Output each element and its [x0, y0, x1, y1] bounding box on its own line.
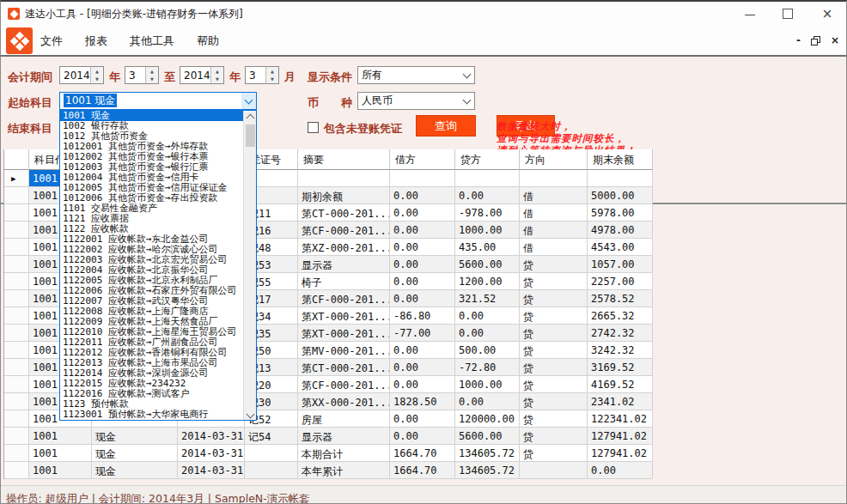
table-cell[interactable]: 现金 [92, 445, 178, 462]
table-cell[interactable]: 贷 [520, 342, 588, 359]
mdi-close-button[interactable]: × [831, 35, 839, 46]
table-cell[interactable]: 贷 [520, 410, 588, 428]
row-selector-cell[interactable] [4, 376, 29, 393]
spin-down-button[interactable]: ▼ [91, 76, 103, 84]
table-cell[interactable]: 134605.72 [455, 445, 520, 462]
table-cell[interactable]: -86.80 [390, 307, 455, 325]
table-cell[interactable]: 第MV-000-201... [298, 342, 390, 359]
table-cell[interactable]: 4978.00 [588, 222, 653, 239]
table-cell[interactable]: 0.00 [588, 462, 653, 479]
table-cell[interactable]: 3169.52 [588, 359, 653, 376]
table-header-cell[interactable]: 期末余额 [588, 149, 653, 170]
table-cell[interactable]: 2014-03-31 [178, 428, 245, 445]
spin-up-button[interactable]: ▲ [91, 67, 103, 76]
row-selector-cell[interactable] [4, 342, 29, 359]
table-cell[interactable]: 2014-03-31 [178, 445, 245, 462]
currency-select[interactable]: 人民币 [357, 92, 475, 110]
table-cell[interactable]: 5600.00 [455, 256, 520, 273]
spin-down-button[interactable]: ▼ [146, 76, 158, 84]
spin-up-button[interactable]: ▲ [266, 67, 278, 76]
table-header-cell[interactable]: 方向 [520, 149, 588, 170]
mdi-restore-button[interactable] [811, 36, 820, 46]
table-cell[interactable]: 1200.00 [455, 273, 520, 290]
table-cell[interactable]: 贷 [520, 393, 588, 410]
table-cell[interactable]: 第CF-000-201... [298, 290, 390, 307]
display-condition-select[interactable]: 所有 [357, 66, 475, 84]
table-cell[interactable]: 321.52 [455, 290, 520, 307]
table-cell[interactable] [520, 170, 588, 187]
dropdown-scrollbar[interactable] [243, 111, 256, 420]
table-cell[interactable]: 房屋 [298, 410, 390, 428]
close-button[interactable]: × [810, 2, 844, 26]
table-cell[interactable]: 1001 [29, 428, 92, 445]
table-cell[interactable]: 本期合计 [298, 445, 390, 462]
table-cell[interactable]: 2257.00 [588, 273, 653, 290]
table-cell[interactable]: 贷 [520, 307, 588, 325]
table-cell[interactable]: 现金 [92, 462, 178, 479]
table-cell[interactable]: 2578.52 [588, 290, 653, 307]
table-cell[interactable]: 0.00 [390, 376, 455, 393]
spin-down-button[interactable]: ▼ [266, 76, 278, 84]
table-cell[interactable]: 0.00 [390, 187, 455, 204]
scrollbar-thumb[interactable] [246, 124, 255, 147]
table-cell[interactable]: -978.00 [455, 204, 520, 222]
table-cell[interactable]: 借 [520, 204, 588, 222]
table-cell[interactable]: -77.00 [390, 325, 455, 342]
row-selector-cell[interactable] [4, 256, 29, 273]
table-cell[interactable]: 1664.70 [390, 462, 455, 479]
table-cell[interactable]: 134605.72 [455, 462, 520, 479]
table-cell[interactable]: 0.00 [390, 359, 455, 376]
row-selector-cell[interactable]: ▶ [4, 170, 29, 187]
table-header-cell[interactable]: 贷方 [455, 149, 520, 170]
spin-down-button[interactable]: ▼ [211, 76, 223, 84]
table-cell[interactable] [245, 445, 298, 462]
row-selector-cell[interactable] [4, 325, 29, 342]
year-to-spinner[interactable]: 2014 ▲ ▼ [180, 66, 224, 84]
table-cell[interactable]: 127941.02 [588, 445, 653, 462]
scroll-up-icon[interactable] [244, 111, 256, 123]
table-cell[interactable]: 贷 [520, 256, 588, 273]
table-cell[interactable]: 第CT-000-201... [298, 359, 390, 376]
table-cell[interactable]: 1828.50 [390, 393, 455, 410]
table-cell[interactable]: 435.00 [455, 239, 520, 256]
row-selector-cell[interactable] [4, 273, 29, 290]
table-cell[interactable]: 第XT-000-201... [298, 307, 390, 325]
table-cell[interactable]: 0.00 [455, 325, 520, 342]
table-cell[interactable]: 贷 [520, 445, 588, 462]
table-cell[interactable]: 第XX-000-201... [298, 393, 390, 410]
dropdown-item[interactable]: 1123001 预付帐款→大华家电商行 [60, 410, 243, 420]
table-cell[interactable]: 期初余额 [298, 187, 390, 204]
table-cell[interactable]: 1664.70 [390, 445, 455, 462]
table-cell[interactable]: 127941.02 [588, 428, 653, 445]
row-selector-cell[interactable] [4, 359, 29, 376]
menu-item-2[interactable]: 其他工具 [130, 33, 174, 49]
row-selector-cell[interactable] [4, 462, 29, 479]
table-cell[interactable]: 1001 [29, 462, 92, 479]
table-cell[interactable]: 0.00 [390, 239, 455, 256]
table-cell[interactable]: 借 [520, 222, 588, 239]
spin-up-button[interactable]: ▲ [211, 67, 223, 76]
table-cell[interactable]: 0.00 [390, 273, 455, 290]
table-cell[interactable]: 借 [520, 239, 588, 256]
table-cell[interactable]: 第CF-000-201... [298, 222, 390, 239]
row-selector-cell[interactable] [4, 290, 29, 307]
row-selector-cell[interactable] [4, 187, 29, 204]
table-cell[interactable]: 4169.52 [588, 376, 653, 393]
table-cell[interactable]: 贷 [520, 290, 588, 307]
row-selector-cell[interactable] [4, 445, 29, 462]
table-cell[interactable]: 0.00 [455, 187, 520, 204]
table-cell[interactable]: 120000.00 [455, 410, 520, 428]
table-cell[interactable]: 贷 [520, 376, 588, 393]
scroll-down-icon[interactable] [244, 408, 256, 420]
table-cell[interactable]: 贷 [520, 325, 588, 342]
table-cell[interactable]: 3242.32 [588, 342, 653, 359]
table-cell[interactable]: 1000.00 [455, 376, 520, 393]
table-cell[interactable]: 0.00 [390, 410, 455, 428]
year-from-spinner[interactable]: 2014 ▲ ▼ [59, 66, 104, 84]
table-header-cell[interactable]: 借方 [390, 149, 455, 170]
table-header-cell[interactable]: 摘要 [298, 149, 390, 170]
table-cell[interactable]: 122341.02 [588, 410, 653, 428]
table-cell[interactable] [390, 170, 455, 187]
query-button[interactable]: 查询 [416, 115, 476, 137]
maximize-button[interactable] [771, 2, 805, 26]
